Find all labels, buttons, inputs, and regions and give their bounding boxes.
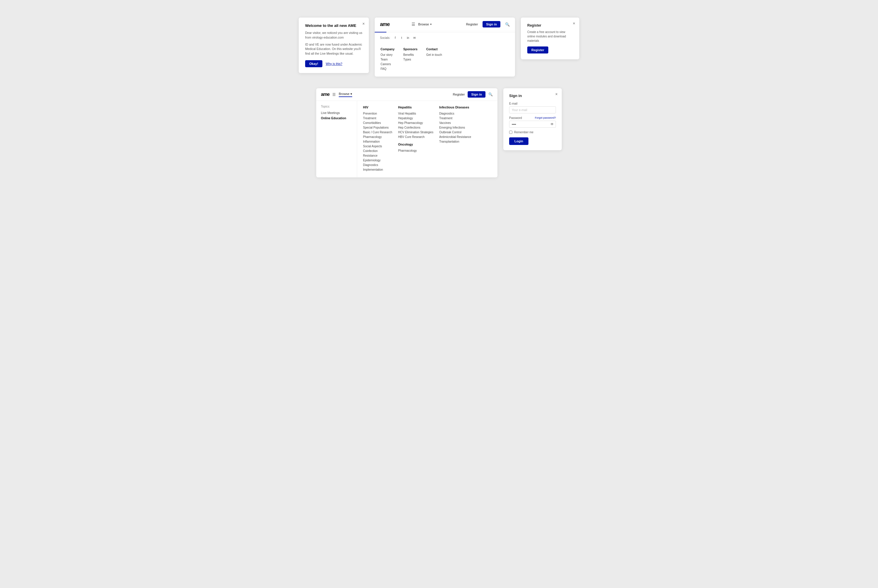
hiv-treatment[interactable]: Treatment bbox=[363, 117, 392, 120]
hiv-special-populations[interactable]: Special Populations bbox=[363, 126, 392, 129]
register-button[interactable]: Register bbox=[527, 46, 548, 54]
id-diagnostics[interactable]: Diagnostics bbox=[439, 112, 471, 115]
hiv-resistance[interactable]: Resistance bbox=[363, 154, 392, 157]
topics-panel: Topics: Live Meetings Online Education bbox=[316, 101, 357, 177]
id-emerging-infections[interactable]: Emerging Infections bbox=[439, 126, 471, 129]
id-transplantation[interactable]: Transplantation bbox=[439, 140, 471, 143]
onco-pharmacology[interactable]: Pharmacology bbox=[398, 149, 434, 152]
signin-title: Sign in bbox=[509, 93, 556, 98]
main-chevron-icon: ▾ bbox=[350, 92, 352, 96]
menu-item-types[interactable]: Types bbox=[403, 58, 417, 61]
oncology-heading: Oncology bbox=[398, 142, 434, 146]
welcome-close-button[interactable]: × bbox=[362, 22, 365, 26]
topics-label: Topics: bbox=[321, 105, 352, 108]
login-button[interactable]: Login bbox=[509, 137, 528, 145]
hamburger-button[interactable]: ☰ bbox=[411, 22, 415, 27]
signin-button[interactable]: Sign in bbox=[483, 21, 500, 27]
top-nav-card: ame ☰ Browse ▾ Register Sign in 🔍 Social… bbox=[375, 18, 515, 76]
hiv-diagnostics[interactable]: Diagnostics bbox=[363, 164, 392, 166]
hep-hcv-elimination[interactable]: HCV Elimination Strategies bbox=[398, 130, 434, 134]
infectious-diseases-heading: Infectious Diseases bbox=[439, 105, 471, 109]
contact-heading: Contact bbox=[426, 47, 442, 51]
socials-label: Socials: bbox=[380, 36, 390, 39]
register-popup-description: Create a free account to view online mod… bbox=[527, 30, 573, 43]
hiv-implementation[interactable]: Implementation bbox=[363, 168, 392, 171]
id-treatment[interactable]: Treatment bbox=[439, 117, 471, 120]
main-logo: ame bbox=[321, 92, 329, 97]
menu-item-faq[interactable]: FAQ bbox=[381, 67, 395, 70]
email-icon[interactable]: ✉ bbox=[413, 36, 416, 40]
welcome-popup-para1: Dear visitor, we noticed you are visitin… bbox=[305, 31, 362, 40]
email-label: E-mail bbox=[509, 102, 556, 105]
hiv-coinfection[interactable]: Coinfection bbox=[363, 149, 392, 153]
topic-online-education[interactable]: Online Education bbox=[321, 116, 352, 120]
hep-hbv-cure-research[interactable]: HBV Cure Research bbox=[398, 135, 434, 138]
main-browse-button[interactable]: Browse ▾ bbox=[339, 92, 352, 97]
menu-item-getintouch[interactable]: Get in touch bbox=[426, 53, 442, 56]
facebook-icon[interactable]: f bbox=[393, 36, 397, 40]
hiv-comorbidities[interactable]: Comorbidities bbox=[363, 121, 392, 124]
whythis-link[interactable]: Why is this? bbox=[326, 62, 342, 66]
infectious-diseases-section: Infectious Diseases Diagnostics Treatmen… bbox=[439, 105, 477, 173]
main-signin-button[interactable]: Sign in bbox=[468, 91, 485, 98]
register-popup-title: Register bbox=[527, 23, 573, 27]
hiv-pharmacology[interactable]: Pharmacology bbox=[363, 135, 392, 138]
remember-label: Remember me bbox=[514, 130, 533, 134]
hepatitis-heading: Hepatitis bbox=[398, 105, 434, 109]
password-label: Password Forgot password? bbox=[509, 116, 556, 120]
welcome-popup-para2: ID and VE are now fused under Academic M… bbox=[305, 42, 362, 56]
hep-coinfections[interactable]: Hep Coinfections bbox=[398, 126, 434, 129]
signin-card: × Sign in E-mail Password Forgot passwor… bbox=[503, 88, 562, 150]
password-input[interactable] bbox=[509, 121, 556, 128]
id-vaccines[interactable]: Vaccines bbox=[439, 121, 471, 124]
id-antimicrobial-resistance[interactable]: Antimicrobial Resistance bbox=[439, 135, 471, 138]
topic-live-meetings[interactable]: Live Meetings bbox=[321, 111, 352, 114]
hep-hepatology[interactable]: Hepatology bbox=[398, 117, 434, 120]
hiv-heading: HIV bbox=[363, 105, 392, 109]
menu-item-careers[interactable]: Careers bbox=[381, 63, 395, 66]
register-popup: × Register Create a free account to view… bbox=[521, 18, 579, 59]
contact-section: Contact Get in touch bbox=[426, 47, 442, 72]
welcome-popup-title: Welcome to the all new AME bbox=[305, 23, 362, 28]
remember-checkbox[interactable] bbox=[509, 130, 512, 134]
register-close-button[interactable]: × bbox=[573, 21, 575, 26]
company-section: Company Our story Team Careers FAQ bbox=[381, 47, 395, 72]
hiv-epidemiology[interactable]: Epidemiology bbox=[363, 159, 392, 162]
main-register-link[interactable]: Register bbox=[453, 93, 465, 96]
menu-item-ourstory[interactable]: Our story bbox=[381, 53, 395, 56]
hep-viral-hepatitis[interactable]: Viral Hepatitis bbox=[398, 112, 434, 115]
menu-item-team[interactable]: Team bbox=[381, 58, 395, 61]
forgot-password-link[interactable]: Forgot password? bbox=[535, 116, 556, 119]
search-icon[interactable]: 🔍 bbox=[505, 22, 510, 27]
main-search-icon[interactable]: 🔍 bbox=[488, 92, 493, 96]
hiv-section: HIV Prevention Treatment Comorbidities S… bbox=[363, 105, 398, 173]
browse-button[interactable]: Browse ▾ bbox=[418, 22, 432, 26]
company-heading: Company bbox=[381, 47, 395, 51]
sponsors-section: Sponsors Benefits Types bbox=[403, 47, 417, 72]
register-link[interactable]: Register bbox=[466, 22, 478, 26]
main-hamburger-button[interactable]: ☰ bbox=[332, 92, 336, 97]
linkedin-icon[interactable]: in bbox=[406, 36, 410, 40]
hiv-prevention[interactable]: Prevention bbox=[363, 112, 392, 115]
top-logo: ame bbox=[380, 21, 408, 27]
chevron-down-icon: ▾ bbox=[430, 23, 432, 26]
okay-button[interactable]: Okay! bbox=[305, 60, 323, 67]
main-nav-card: ame ☰ Browse ▾ Register Sign in 🔍 Topics… bbox=[316, 88, 497, 177]
sponsors-heading: Sponsors bbox=[403, 47, 417, 51]
big-dropdown: HIV Prevention Treatment Comorbidities S… bbox=[357, 101, 483, 177]
toggle-password-button[interactable]: 👁 bbox=[550, 122, 554, 126]
signin-close-button[interactable]: × bbox=[555, 92, 558, 96]
twitter-icon[interactable]: t bbox=[399, 36, 404, 40]
email-input[interactable] bbox=[509, 106, 556, 113]
hep-pharmacology[interactable]: Hep Pharmacology bbox=[398, 121, 434, 124]
welcome-popup: × Welcome to the all new AME Dear visito… bbox=[299, 18, 369, 73]
hiv-inflammation[interactable]: Inflammation bbox=[363, 140, 392, 143]
hiv-social-aspects[interactable]: Social Aspects bbox=[363, 145, 392, 148]
menu-item-benefits[interactable]: Benefits bbox=[403, 53, 417, 56]
hepatitis-section: Hepatitis Viral Hepatitis Hepatology Hep… bbox=[398, 105, 439, 173]
hiv-cure-research[interactable]: Basic / Cure Research bbox=[363, 130, 392, 134]
id-outbreak-control[interactable]: Outbreak Control bbox=[439, 130, 471, 134]
